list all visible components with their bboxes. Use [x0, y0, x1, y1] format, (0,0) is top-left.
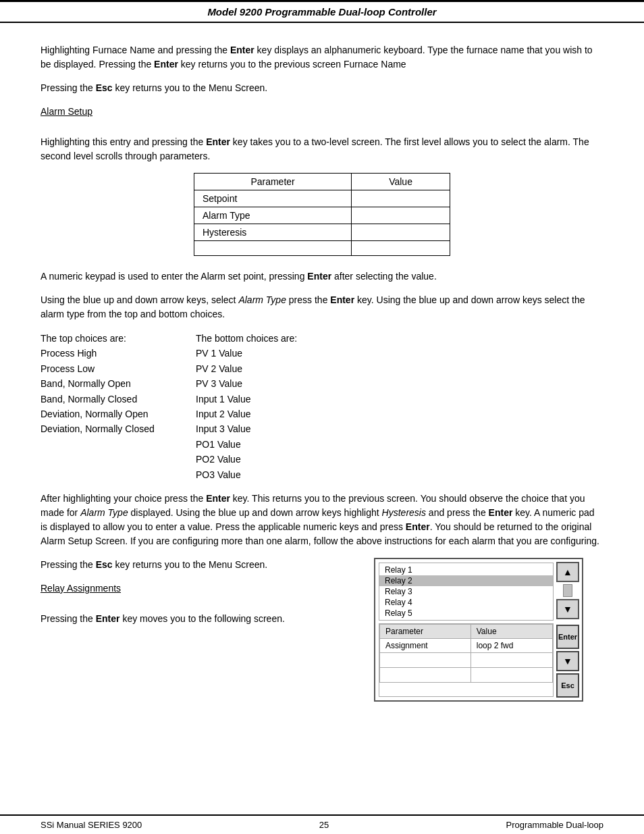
relay-item-5: Relay 5	[379, 608, 553, 619]
alarm-hysteresis-value	[352, 224, 450, 241]
relay-value-col-header: Value	[471, 624, 552, 638]
relay-item-1: Relay 1	[379, 565, 553, 575]
alarm-table-header: Parameter Value	[194, 174, 450, 190]
page-header: Model 9200 Programmable Dual-loop Contro…	[0, 0, 644, 23]
alarm-setup-section: Alarm Setup	[41, 105, 603, 126]
top-choice-empty2	[41, 452, 196, 467]
alarm-type-para: Using the blue up and down arrow keys, s…	[41, 293, 603, 321]
enter-down-button[interactable]: ▼	[556, 651, 579, 671]
enter-button[interactable]: Enter	[556, 625, 579, 649]
top-choice-3: Band, Normally Open	[41, 376, 196, 391]
relay-param-header: Parameter Value	[380, 624, 553, 638]
relay-assignment-value: loop 2 fwd	[471, 638, 552, 652]
bottom-esc-para: Pressing the Esc key returns you to the …	[41, 558, 360, 572]
content-area: Highlighting Furnace Name and pressing t…	[0, 36, 644, 715]
intro-paragraph-1: Highlighting Furnace Name and pressing t…	[41, 43, 603, 72]
esc-text: Pressing the Esc key returns you to the …	[41, 82, 267, 93]
choices-row-4: Band, Normally Closed Input 1 Value	[41, 392, 603, 407]
top-choice-6: Deviation, Normally Closed	[41, 421, 196, 436]
choices-row-3: Band, Normally Open PV 3 Value	[41, 376, 603, 391]
alarm-intro-para: Highlighting this entry and pressing the…	[41, 135, 603, 163]
alarm-col-value: Value	[352, 174, 450, 190]
esc-button[interactable]: Esc	[556, 673, 579, 698]
alarm-col-param: Parameter	[194, 174, 352, 190]
relay-assignment-row: Assignment loop 2 fwd	[380, 638, 553, 652]
relay-empty-1	[380, 652, 471, 667]
choices-header-row: The top choices are: The bottom choices …	[41, 331, 603, 346]
alarm-row-setpoint: Setpoint	[194, 190, 450, 207]
alarm-setpoint-value	[352, 190, 450, 207]
top-choice-1: Process High	[41, 346, 196, 361]
alarm-row-alarmtype: Alarm Type	[194, 207, 450, 224]
relay-item-2: Relay 2	[379, 575, 553, 586]
relay-item-4: Relay 4	[379, 597, 553, 608]
relay-scrollbar-area: ▲ ▼	[554, 559, 582, 622]
relay-empty-row-1	[380, 652, 553, 667]
scroll-up-button[interactable]: ▲	[556, 562, 579, 582]
bottom-choice-9: PO3 Value	[196, 467, 603, 482]
top-choices-header: The top choices are:	[41, 331, 196, 346]
relay-param-panel: Parameter Value Assignment loop 2 fwd	[379, 623, 554, 697]
alarm-alarmtype-label: Alarm Type	[194, 207, 352, 224]
relay-empty-row-2	[380, 667, 553, 682]
alarm-setpoint-label: Setpoint	[194, 190, 352, 207]
alarm-empty-col2	[352, 241, 450, 256]
relay-enter-text: Pressing the Enter key moves you to the …	[41, 613, 285, 624]
alarm-empty-col1	[194, 241, 352, 256]
relay-screen-mockup: Relay 1 Relay 2 Relay 3 Relay 4 Relay 5 …	[374, 558, 603, 702]
choices-row-2: Process Low PV 2 Value	[41, 361, 603, 376]
relay-top-area: Relay 1 Relay 2 Relay 3 Relay 4 Relay 5 …	[375, 559, 582, 622]
relay-empty-2	[471, 652, 552, 667]
bottom-choices-header: The bottom choices are:	[196, 331, 603, 346]
choices-row-9: PO3 Value	[41, 467, 603, 482]
after-choice-text: After highlighting your choice press the…	[41, 493, 599, 546]
top-choice-empty3	[41, 467, 196, 482]
relay-side-buttons: Enter ▼ Esc	[554, 622, 582, 700]
alarm-table: Parameter Value Setpoint Alarm Type Hyst…	[194, 173, 450, 256]
alarm-setup-heading: Alarm Setup	[41, 105, 92, 119]
relay-item-3: Relay 3	[379, 586, 553, 597]
footer-left: SSi Manual SERIES 9200	[41, 820, 142, 830]
scroll-down-button[interactable]: ▼	[556, 599, 579, 619]
alarm-row-hysteresis: Hysteresis	[194, 224, 450, 241]
page-footer: SSi Manual SERIES 9200 25 Programmable D…	[0, 814, 644, 834]
footer-center: 25	[319, 820, 329, 830]
intro-text-1: Highlighting Furnace Name and pressing t…	[41, 45, 593, 70]
alarm-hysteresis-label: Hysteresis	[194, 224, 352, 241]
numeric-keypad-para: A numeric keypad is used to enter the Al…	[41, 269, 603, 284]
bottom-choice-2: PV 2 Value	[196, 361, 603, 376]
bottom-esc-text: Pressing the Esc key returns you to the …	[41, 559, 267, 570]
bottom-left-text: Pressing the Esc key returns you to the …	[41, 558, 360, 702]
choices-row-5: Deviation, Normally Open Input 2 Value	[41, 407, 603, 421]
alarm-type-text: Using the blue up and down arrow keys, s…	[41, 294, 585, 319]
numeric-keypad-text: A numeric keypad is used to enter the Al…	[41, 271, 437, 282]
bottom-choice-7: PO1 Value	[196, 437, 603, 452]
top-choice-5: Deviation, Normally Open	[41, 407, 196, 421]
top-choice-4: Band, Normally Closed	[41, 392, 196, 407]
alarm-row-empty	[194, 241, 450, 256]
relay-enter-para: Pressing the Enter key moves you to the …	[41, 612, 360, 626]
relay-param-col-header: Parameter	[380, 624, 471, 638]
relay-assignments-heading: Relay Assignments	[41, 581, 121, 596]
bottom-section: Pressing the Esc key returns you to the …	[41, 558, 603, 702]
after-choice-para: After highlighting your choice press the…	[41, 492, 603, 548]
relay-bottom-area: Parameter Value Assignment loop 2 fwd	[375, 622, 582, 700]
top-choice-2: Process Low	[41, 361, 196, 376]
relay-empty-4	[471, 667, 552, 682]
relay-list-panel: Relay 1 Relay 2 Relay 3 Relay 4 Relay 5	[379, 563, 554, 621]
choices-row-7: PO1 Value	[41, 437, 603, 452]
choices-row-8: PO2 Value	[41, 452, 603, 467]
bottom-choice-1: PV 1 Value	[196, 346, 603, 361]
footer-right: Programmable Dual-loop	[506, 820, 603, 830]
esc-paragraph: Pressing the Esc key returns you to the …	[41, 81, 603, 95]
scroll-track	[563, 584, 572, 597]
choices-row-1: Process High PV 1 Value	[41, 346, 603, 361]
bottom-choice-5: Input 2 Value	[196, 407, 603, 421]
relay-heading-para: Relay Assignments	[41, 581, 360, 602]
alarm-intro-text: Highlighting this entry and pressing the…	[41, 136, 589, 161]
top-choice-empty	[41, 437, 196, 452]
relay-empty-3	[380, 667, 471, 682]
header-title: Model 9200 Programmable Dual-loop Contro…	[207, 6, 436, 18]
bottom-choice-3: PV 3 Value	[196, 376, 603, 391]
alarm-alarmtype-value	[352, 207, 450, 224]
